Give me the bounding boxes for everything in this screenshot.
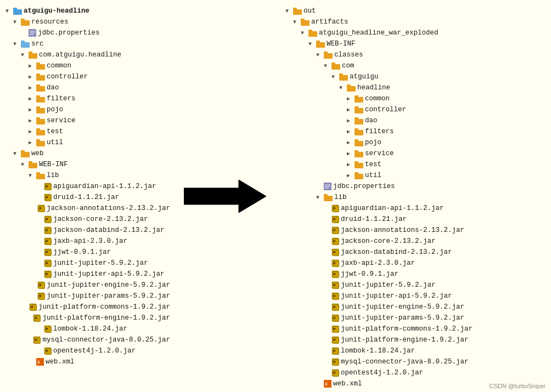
toggle-root[interactable]: ▼: [5, 8, 13, 14]
toggle-webinf2[interactable]: ▼: [308, 41, 316, 47]
toggle-com[interactable]: ▼: [21, 52, 29, 58]
tree-item-src[interactable]: ▼src: [5, 38, 170, 49]
tree-item-classes[interactable]: ▼classes: [285, 49, 551, 60]
tree-item-util[interactable]: ▶util: [5, 137, 170, 148]
tree-item-j12[interactable]: junit-platform-commons-1.9.2.jar: [5, 302, 170, 313]
tree-item-rj4[interactable]: jackson-core-2.13.2.jar: [285, 236, 551, 247]
toggle-web[interactable]: ▼: [13, 151, 21, 157]
tree-item-lib[interactable]: ▼lib: [5, 170, 170, 181]
toggle-out[interactable]: ▼: [285, 8, 293, 14]
tree-item-controller[interactable]: ▶controller: [5, 71, 170, 82]
tree-item-j3[interactable]: jackson-annotations-2.13.2.jar: [5, 203, 170, 214]
tree-item-rj13[interactable]: junit-platform-engine-1.9.2.jar: [285, 334, 551, 345]
tree-item-j10[interactable]: junit-jupiter-engine-5.9.2.jar: [5, 280, 170, 291]
tree-item-common[interactable]: ▶common: [5, 60, 170, 71]
tree-item-test2[interactable]: ▶test: [285, 159, 551, 170]
tree-item-j5[interactable]: jackson-databind-2.13.2.jar: [5, 225, 170, 236]
toggle-filters[interactable]: ▶: [29, 95, 36, 102]
tree-item-rj8[interactable]: junit-jupiter-5.9.2.jar: [285, 280, 551, 291]
tree-item-test[interactable]: ▶test: [5, 126, 170, 137]
toggle-common2[interactable]: ▶: [347, 95, 355, 102]
tree-item-controller2[interactable]: ▶controller: [285, 104, 551, 115]
toggle-pojo[interactable]: ▶: [29, 106, 36, 113]
toggle-controller2[interactable]: ▶: [347, 106, 355, 113]
toggle-filters2[interactable]: ▶: [347, 128, 355, 135]
tree-item-jdbc[interactable]: jdbc.properties: [5, 27, 170, 38]
tree-item-rj11[interactable]: junit-jupiter-params-5.9.2.jar: [285, 313, 551, 323]
toggle-classes[interactable]: ▼: [316, 52, 324, 58]
tree-item-j7[interactable]: jjwt-0.9.1.jar: [5, 247, 170, 258]
toggle-pojo2[interactable]: ▶: [347, 139, 355, 146]
tree-item-service2[interactable]: ▶service: [285, 148, 551, 159]
tree-item-j14[interactable]: lombok-1.18.24.jar: [5, 323, 170, 334]
tree-item-j8[interactable]: junit-jupiter-5.9.2.jar: [5, 258, 170, 269]
tree-item-atguigu2[interactable]: ▼atguigu: [285, 71, 551, 82]
toggle-common[interactable]: ▶: [29, 63, 36, 69]
tree-item-rj3[interactable]: jackson-annotations-2.13.2.jar: [285, 225, 551, 236]
toggle-util2[interactable]: ▶: [347, 172, 355, 179]
toggle-test[interactable]: ▶: [29, 128, 36, 135]
tree-item-j13[interactable]: junit-platform-engine-1.9.2.jar: [5, 313, 170, 323]
toggle-test2[interactable]: ▶: [347, 161, 355, 168]
tree-item-rj14[interactable]: lombok-1.18.24.jar: [285, 345, 551, 356]
tree-item-service[interactable]: ▶service: [5, 115, 170, 126]
tree-item-jdbc2[interactable]: jdbc.properties: [285, 181, 551, 192]
toggle-com2[interactable]: ▼: [324, 63, 331, 69]
tree-item-dao[interactable]: ▶dao: [5, 82, 170, 93]
toggle-headline2[interactable]: ▼: [339, 85, 347, 91]
toggle-atguigu2[interactable]: ▼: [331, 74, 339, 80]
svg-rect-123: [332, 337, 339, 343]
tree-item-filters2[interactable]: ▶filters: [285, 126, 551, 137]
tree-item-pojo[interactable]: ▶pojo: [5, 104, 170, 115]
tree-item-rj12[interactable]: junit-platform-commons-1.9.2.jar: [285, 323, 551, 334]
tree-item-rj1[interactable]: apiguardian-api-1.1.2.jar: [285, 203, 551, 214]
tree-item-exploded[interactable]: ▼atguigu_headline_war_exploded: [285, 27, 551, 38]
tree-item-j2[interactable]: druid-1.1.21.jar: [5, 192, 170, 203]
tree-item-root[interactable]: ▼atguigu-headline: [5, 5, 170, 16]
tree-item-common2[interactable]: ▶common: [285, 93, 551, 104]
toggle-util[interactable]: ▶: [29, 139, 36, 146]
tree-item-resources[interactable]: ▼resources: [5, 16, 170, 27]
tree-item-j16[interactable]: opentest4j-1.2.0.jar: [5, 345, 170, 356]
tree-item-j9[interactable]: junit-jupiter-api-5.9.2.jar: [5, 269, 170, 280]
tree-item-dao2[interactable]: ▶dao: [285, 115, 551, 126]
toggle-service2[interactable]: ▶: [347, 150, 355, 157]
tree-item-webxml[interactable]: Xweb.xml: [5, 356, 170, 367]
tree-item-util2[interactable]: ▶util: [285, 170, 551, 181]
tree-item-pojo2[interactable]: ▶pojo: [285, 137, 551, 148]
tree-item-web[interactable]: ▼web: [5, 148, 170, 159]
tree-item-rj7[interactable]: jjwt-0.9.1.jar: [285, 269, 551, 280]
toggle-exploded[interactable]: ▼: [301, 30, 308, 36]
toggle-src[interactable]: ▼: [13, 41, 21, 47]
tree-item-rj9[interactable]: junit-jupiter-api-5.9.2.jar: [285, 291, 551, 302]
tree-item-headline2[interactable]: ▼headline: [285, 82, 551, 93]
tree-item-webinf2[interactable]: ▼WEB-INF: [285, 38, 551, 49]
tree-item-webinf[interactable]: ▼WEB-INF: [5, 159, 170, 170]
tree-item-lib2[interactable]: ▼lib: [285, 192, 551, 203]
toggle-resources[interactable]: ▼: [13, 19, 21, 25]
tree-item-filters[interactable]: ▶filters: [5, 93, 170, 104]
toggle-lib2[interactable]: ▼: [316, 195, 324, 201]
tree-item-out[interactable]: ▼out: [285, 5, 551, 16]
tree-item-rj6[interactable]: jaxb-api-2.3.0.jar: [285, 258, 551, 269]
tree-item-j15[interactable]: mysql-connector-java-8.0.25.jar: [5, 334, 170, 345]
tree-item-j6[interactable]: jaxb-api-2.3.0.jar: [5, 236, 170, 247]
tree-item-rj16[interactable]: opentest4j-1.2.0.jar: [285, 367, 551, 378]
tree-item-com[interactable]: ▼com.atguigu.headline: [5, 49, 170, 60]
toggle-webinf[interactable]: ▼: [21, 162, 29, 168]
tree-item-com2[interactable]: ▼com: [285, 60, 551, 71]
tree-item-artifacts[interactable]: ▼artifacts: [285, 16, 551, 27]
tree-item-rj5[interactable]: jackson-databind-2.13.2.jar: [285, 247, 551, 258]
tree-item-j4[interactable]: jackson-core-2.13.2.jar: [5, 214, 170, 225]
tree-item-rj10[interactable]: junit-jupiter-engine-5.9.2.jar: [285, 302, 551, 313]
toggle-controller[interactable]: ▶: [29, 73, 36, 80]
tree-item-rj2[interactable]: druid-1.1.21.jar: [285, 214, 551, 225]
toggle-dao2[interactable]: ▶: [347, 117, 355, 124]
toggle-lib[interactable]: ▼: [29, 173, 36, 179]
toggle-service[interactable]: ▶: [29, 117, 36, 124]
tree-item-j11[interactable]: junit-jupiter-params-5.9.2.jar: [5, 291, 170, 302]
toggle-dao[interactable]: ▶: [29, 84, 36, 91]
tree-item-rj15[interactable]: mysql-connector-java-8.0.25.jar: [285, 356, 551, 367]
tree-item-j1[interactable]: apiguardian-api-1.1.2.jar: [5, 181, 170, 192]
toggle-artifacts[interactable]: ▼: [293, 19, 301, 25]
